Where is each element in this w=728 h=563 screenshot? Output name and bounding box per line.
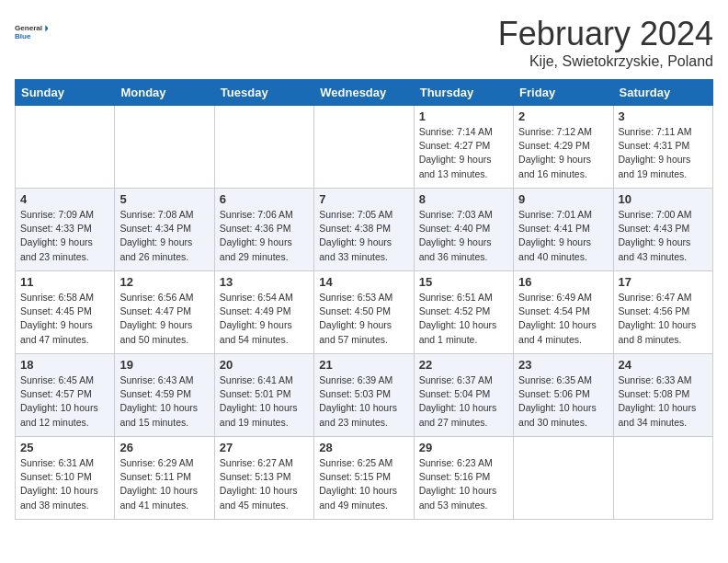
day-number: 16 bbox=[518, 275, 608, 289]
calendar-cell: 12Sunrise: 6:56 AMSunset: 4:47 PMDayligh… bbox=[115, 271, 214, 354]
day-number: 8 bbox=[419, 192, 508, 206]
day-info: Sunrise: 6:45 AMSunset: 4:57 PMDaylight:… bbox=[20, 373, 109, 430]
calendar-cell: 3Sunrise: 7:11 AMSunset: 4:31 PMDaylight… bbox=[613, 106, 712, 189]
col-thursday: Thursday bbox=[414, 80, 513, 106]
day-number: 25 bbox=[20, 441, 109, 454]
title-area: February 2024 Kije, Swietokrzyskie, Pola… bbox=[498, 15, 713, 70]
week-row-2: 4Sunrise: 7:09 AMSunset: 4:33 PMDaylight… bbox=[16, 189, 713, 271]
logo: General Blue bbox=[15, 15, 48, 48]
calendar-cell: 17Sunrise: 6:47 AMSunset: 4:56 PMDayligh… bbox=[613, 271, 712, 354]
day-info: Sunrise: 7:06 AMSunset: 4:36 PMDaylight:… bbox=[220, 208, 309, 264]
day-number: 10 bbox=[619, 192, 708, 206]
day-info: Sunrise: 7:00 AMSunset: 4:43 PMDaylight:… bbox=[619, 208, 708, 264]
day-info: Sunrise: 7:01 AMSunset: 4:41 PMDaylight:… bbox=[518, 208, 608, 264]
calendar-cell: 13Sunrise: 6:54 AMSunset: 4:49 PMDayligh… bbox=[214, 271, 313, 354]
page-header: General Blue February 2024 Kije, Swietok… bbox=[15, 15, 713, 70]
calendar-cell: 6Sunrise: 7:06 AMSunset: 4:36 PMDaylight… bbox=[214, 189, 313, 271]
day-number: 23 bbox=[518, 358, 608, 372]
day-info: Sunrise: 6:27 AMSunset: 5:13 PMDaylight:… bbox=[220, 456, 309, 512]
day-info: Sunrise: 6:35 AMSunset: 5:06 PMDaylight:… bbox=[518, 373, 608, 430]
calendar-cell: 10Sunrise: 7:00 AMSunset: 4:43 PMDayligh… bbox=[613, 189, 712, 271]
calendar-cell: 18Sunrise: 6:45 AMSunset: 4:57 PMDayligh… bbox=[16, 354, 115, 437]
day-number: 13 bbox=[220, 275, 309, 289]
day-info: Sunrise: 6:41 AMSunset: 5:01 PMDaylight:… bbox=[220, 373, 309, 430]
calendar-cell: 16Sunrise: 6:49 AMSunset: 4:54 PMDayligh… bbox=[514, 271, 613, 354]
day-number: 12 bbox=[119, 275, 209, 289]
calendar-cell: 23Sunrise: 6:35 AMSunset: 5:06 PMDayligh… bbox=[514, 354, 613, 437]
day-number: 2 bbox=[518, 109, 608, 123]
day-info: Sunrise: 6:23 AMSunset: 5:16 PMDaylight:… bbox=[419, 456, 508, 512]
day-info: Sunrise: 7:08 AMSunset: 4:34 PMDaylight:… bbox=[119, 208, 209, 264]
calendar-cell: 7Sunrise: 7:05 AMSunset: 4:38 PMDaylight… bbox=[314, 189, 414, 271]
day-number: 17 bbox=[619, 275, 708, 289]
day-info: Sunrise: 7:03 AMSunset: 4:40 PMDaylight:… bbox=[419, 208, 508, 264]
day-info: Sunrise: 7:05 AMSunset: 4:38 PMDaylight:… bbox=[319, 208, 408, 264]
calendar-subtitle: Kije, Swietokrzyskie, Poland bbox=[498, 53, 713, 70]
day-info: Sunrise: 6:43 AMSunset: 4:59 PMDaylight:… bbox=[119, 373, 209, 430]
day-number: 14 bbox=[319, 275, 408, 289]
day-number: 24 bbox=[619, 358, 708, 372]
calendar-cell: 19Sunrise: 6:43 AMSunset: 4:59 PMDayligh… bbox=[115, 354, 214, 437]
day-number: 9 bbox=[518, 192, 608, 206]
calendar-cell: 4Sunrise: 7:09 AMSunset: 4:33 PMDaylight… bbox=[16, 189, 115, 271]
day-info: Sunrise: 6:58 AMSunset: 4:45 PMDaylight:… bbox=[20, 291, 109, 347]
calendar-cell: 27Sunrise: 6:27 AMSunset: 5:13 PMDayligh… bbox=[214, 437, 313, 520]
day-info: Sunrise: 6:49 AMSunset: 4:54 PMDaylight:… bbox=[518, 291, 608, 347]
calendar-title: February 2024 bbox=[498, 15, 713, 53]
calendar-cell: 2Sunrise: 7:12 AMSunset: 4:29 PMDaylight… bbox=[514, 106, 613, 189]
col-saturday: Saturday bbox=[613, 80, 712, 106]
calendar-table: Sunday Monday Tuesday Wednesday Thursday… bbox=[15, 79, 713, 520]
logo-svg: General Blue bbox=[15, 15, 48, 48]
week-row-3: 11Sunrise: 6:58 AMSunset: 4:45 PMDayligh… bbox=[16, 271, 713, 354]
calendar-cell: 9Sunrise: 7:01 AMSunset: 4:41 PMDaylight… bbox=[514, 189, 613, 271]
week-row-4: 18Sunrise: 6:45 AMSunset: 4:57 PMDayligh… bbox=[16, 354, 713, 437]
calendar-cell: 25Sunrise: 6:31 AMSunset: 5:10 PMDayligh… bbox=[16, 437, 115, 520]
day-info: Sunrise: 6:39 AMSunset: 5:03 PMDaylight:… bbox=[319, 373, 408, 430]
calendar-cell: 15Sunrise: 6:51 AMSunset: 4:52 PMDayligh… bbox=[414, 271, 513, 354]
day-info: Sunrise: 6:37 AMSunset: 5:04 PMDaylight:… bbox=[419, 373, 508, 430]
calendar-cell bbox=[214, 106, 313, 189]
col-friday: Friday bbox=[514, 80, 613, 106]
day-number: 4 bbox=[20, 192, 109, 206]
calendar-cell: 22Sunrise: 6:37 AMSunset: 5:04 PMDayligh… bbox=[414, 354, 513, 437]
day-number: 29 bbox=[419, 441, 508, 454]
col-tuesday: Tuesday bbox=[214, 80, 313, 106]
col-wednesday: Wednesday bbox=[314, 80, 414, 106]
day-info: Sunrise: 7:09 AMSunset: 4:33 PMDaylight:… bbox=[20, 208, 109, 264]
day-number: 22 bbox=[419, 358, 508, 372]
day-number: 18 bbox=[20, 358, 109, 372]
day-info: Sunrise: 6:51 AMSunset: 4:52 PMDaylight:… bbox=[419, 291, 508, 347]
day-number: 28 bbox=[319, 441, 408, 454]
calendar-cell bbox=[16, 106, 115, 189]
calendar-cell bbox=[514, 437, 613, 520]
day-number: 5 bbox=[119, 192, 209, 206]
day-number: 6 bbox=[220, 192, 309, 206]
day-info: Sunrise: 7:12 AMSunset: 4:29 PMDaylight:… bbox=[518, 125, 608, 181]
calendar-cell: 28Sunrise: 6:25 AMSunset: 5:15 PMDayligh… bbox=[314, 437, 414, 520]
calendar-cell bbox=[115, 106, 214, 189]
day-info: Sunrise: 6:54 AMSunset: 4:49 PMDaylight:… bbox=[220, 291, 309, 347]
day-info: Sunrise: 6:53 AMSunset: 4:50 PMDaylight:… bbox=[319, 291, 408, 347]
day-info: Sunrise: 6:25 AMSunset: 5:15 PMDaylight:… bbox=[319, 456, 408, 512]
svg-text:General: General bbox=[15, 24, 42, 32]
svg-text:Blue: Blue bbox=[15, 32, 31, 40]
calendar-cell: 11Sunrise: 6:58 AMSunset: 4:45 PMDayligh… bbox=[16, 271, 115, 354]
day-number: 26 bbox=[119, 441, 209, 454]
svg-marker-2 bbox=[45, 25, 48, 31]
day-number: 21 bbox=[319, 358, 408, 372]
calendar-cell: 29Sunrise: 6:23 AMSunset: 5:16 PMDayligh… bbox=[414, 437, 513, 520]
day-info: Sunrise: 6:33 AMSunset: 5:08 PMDaylight:… bbox=[619, 373, 708, 430]
calendar-cell: 14Sunrise: 6:53 AMSunset: 4:50 PMDayligh… bbox=[314, 271, 414, 354]
calendar-cell: 1Sunrise: 7:14 AMSunset: 4:27 PMDaylight… bbox=[414, 106, 513, 189]
calendar-cell: 21Sunrise: 6:39 AMSunset: 5:03 PMDayligh… bbox=[314, 354, 414, 437]
day-number: 20 bbox=[220, 358, 309, 372]
day-number: 27 bbox=[220, 441, 309, 454]
calendar-cell bbox=[613, 437, 712, 520]
day-number: 15 bbox=[419, 275, 508, 289]
day-info: Sunrise: 7:14 AMSunset: 4:27 PMDaylight:… bbox=[419, 125, 508, 181]
calendar-cell: 26Sunrise: 6:29 AMSunset: 5:11 PMDayligh… bbox=[115, 437, 214, 520]
day-number: 19 bbox=[119, 358, 209, 372]
day-number: 1 bbox=[419, 109, 508, 123]
week-row-1: 1Sunrise: 7:14 AMSunset: 4:27 PMDaylight… bbox=[16, 106, 713, 189]
calendar-cell: 5Sunrise: 7:08 AMSunset: 4:34 PMDaylight… bbox=[115, 189, 214, 271]
